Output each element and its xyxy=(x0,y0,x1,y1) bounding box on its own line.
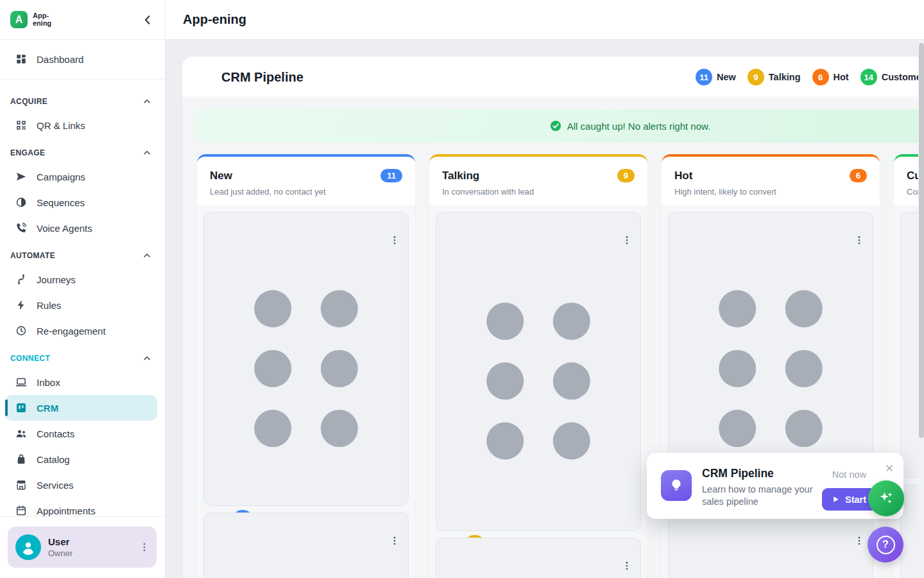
dashboard-icon xyxy=(15,53,27,65)
sidebar-item-sequences[interactable]: Sequences xyxy=(0,189,165,215)
user-role: Owner xyxy=(48,548,73,558)
drag-handle-icon[interactable] xyxy=(445,555,631,578)
drag-handle-icon[interactable] xyxy=(213,229,399,508)
sidebar-section-label: ENGAGE xyxy=(10,148,45,157)
sidebar-nav: DashboardACQUIREQR & LinksENGAGECampaign… xyxy=(0,40,165,523)
sidebar-item-crm[interactable]: CRM xyxy=(5,395,157,421)
laptop-icon xyxy=(15,376,27,388)
sidebar-section-engage[interactable]: ENGAGE xyxy=(0,138,165,164)
app-logo: A xyxy=(10,11,28,28)
sidebar-item-re-engagement[interactable]: Re-engagement xyxy=(0,318,165,344)
column-subtitle: High intent, likely to convert xyxy=(674,187,867,197)
sidebar-section-acquire[interactable]: ACQUIRE xyxy=(0,87,165,112)
lead-card[interactable]: AKAisha Khanenc:demo:+919876500001walk-i… xyxy=(203,212,409,506)
close-icon[interactable] xyxy=(884,463,894,473)
column-subtitle: In conversation with lead xyxy=(442,187,635,197)
column-new: New11Lead just added, no contact yetAKAi… xyxy=(197,154,415,578)
people-icon xyxy=(15,428,27,439)
topbar: App-ening xyxy=(166,0,924,40)
sidebar-item-label: Campaigns xyxy=(37,171,85,182)
card-menu-kebab-icon[interactable] xyxy=(621,234,633,246)
sidebar-item-label: Re-engagement xyxy=(37,326,106,337)
sidebar-item-label: Journeys xyxy=(37,274,76,285)
help-fab[interactable]: ? xyxy=(868,527,903,563)
lead-card[interactable]: SMSanjay Mehtaenc:demo:+919876500006prem… xyxy=(436,212,641,531)
sidebar-section-connect[interactable]: CONNECT xyxy=(0,344,165,369)
sidebar-collapse-icon[interactable] xyxy=(141,13,155,27)
column-title-row: Hot6 xyxy=(674,169,867,182)
sidebar-item-contacts[interactable]: Contacts xyxy=(0,421,165,446)
column-title-row: New11 xyxy=(210,169,402,182)
sidebar-item-catalog[interactable]: Catalog xyxy=(0,446,165,472)
stage-count: 9 xyxy=(748,69,764,85)
lead-card[interactable]: MTManish Tiwarienc:demo:+919876500002ins… xyxy=(203,512,409,578)
stage-badge-hot: 6Hot xyxy=(812,69,849,85)
journeys-icon xyxy=(15,274,27,285)
pipeline-title: CRM Pipeline xyxy=(221,69,304,84)
card-menu-kebab-icon[interactable] xyxy=(853,234,865,246)
app-logo-line1: App- xyxy=(33,12,51,20)
sidebar-section-label: CONNECT xyxy=(10,354,50,363)
sidebar-item-dashboard[interactable]: Dashboard xyxy=(0,46,165,72)
qr-icon xyxy=(15,119,27,131)
user-menu-kebab-icon[interactable] xyxy=(139,541,150,553)
page-title: App-ening xyxy=(183,12,246,27)
sidebar-section-automate[interactable]: AUTOMATE xyxy=(0,241,165,267)
column-header: Hot6High intent, likely to convert xyxy=(662,157,880,205)
bolt-icon xyxy=(15,299,27,311)
window-scrollbar-thumb[interactable] xyxy=(919,43,924,438)
lightbulb-icon xyxy=(661,470,692,501)
drag-handle-icon[interactable] xyxy=(678,530,864,578)
stage-count: 11 xyxy=(696,69,712,85)
play-icon xyxy=(832,496,839,503)
sidebar-item-journeys[interactable]: Journeys xyxy=(0,267,165,292)
store-icon xyxy=(15,479,27,491)
drag-handle-icon[interactable] xyxy=(445,229,631,533)
sidebar-item-label: Voice Agents xyxy=(37,223,92,234)
lead-card[interactable]: RCRohan Chatterjeeenc:demo:+919876500011… xyxy=(668,512,873,578)
sidebar-item-qr-links[interactable]: QR & Links xyxy=(0,112,165,138)
stage-badge-customer: 14Customer xyxy=(860,69,924,85)
tour-popup: CRM Pipeline Learn how to manage your sa… xyxy=(647,453,903,519)
logo-row: A App- ening xyxy=(0,0,165,40)
sidebar-item-label: Contacts xyxy=(37,428,74,439)
chevron-up-icon xyxy=(142,96,152,107)
lead-card[interactable]: PDPallavi Deshmukhenc:demo:+919876500007… xyxy=(436,538,641,578)
chevron-up-icon xyxy=(142,353,152,363)
card-menu-kebab-icon[interactable] xyxy=(621,560,633,572)
sidebar-item-label: Services xyxy=(37,480,74,491)
user-name: User xyxy=(48,536,73,547)
user-avatar xyxy=(15,534,41,560)
sidebar-item-label: Sequences xyxy=(37,197,85,208)
sparkles-icon xyxy=(878,490,894,507)
check-circle-icon xyxy=(550,120,561,132)
stage-summary: 11New9Talking6Hot14Customer xyxy=(696,57,924,98)
card-menu-kebab-icon[interactable] xyxy=(389,535,400,547)
card-menu-kebab-icon[interactable] xyxy=(389,234,400,246)
window-scrollbar-track xyxy=(918,40,924,578)
sidebar-item-services[interactable]: Services xyxy=(0,472,165,498)
stage-count: 14 xyxy=(860,69,877,85)
user-profile-card[interactable]: User Owner xyxy=(8,527,157,568)
sidebar-item-label: Dashboard xyxy=(37,54,83,65)
column-count-badge: 6 xyxy=(850,169,867,182)
column-title: New xyxy=(210,170,232,182)
column-talking: Talking9In conversation with leadSMSanja… xyxy=(429,154,647,578)
stage-badge-talking: 9Talking xyxy=(748,69,801,85)
sidebar-item-campaigns[interactable]: Campaigns xyxy=(0,164,165,189)
sidebar-section-label: ACQUIRE xyxy=(10,97,47,106)
sidebar-item-voice-agents[interactable]: Voice Agents xyxy=(0,215,165,241)
alerts-banner: All caught up! No alerts right now. xyxy=(197,109,924,143)
popup-body: Learn how to manage your sales pipeline xyxy=(702,484,830,507)
column-header: New11Lead just added, no contact yet xyxy=(197,157,415,205)
sidebar-item-inbox[interactable]: Inbox xyxy=(0,369,165,395)
sidebar-item-label: QR & Links xyxy=(37,120,85,131)
ai-assistant-fab[interactable] xyxy=(868,480,904,516)
sidebar-item-label: Inbox xyxy=(37,377,60,388)
column-count-badge: 9 xyxy=(617,169,635,182)
not-now-button[interactable]: Not now xyxy=(832,469,866,480)
card-menu-kebab-icon[interactable] xyxy=(853,535,865,547)
drag-handle-icon[interactable] xyxy=(213,530,399,578)
sidebar-item-rules[interactable]: Rules xyxy=(0,292,165,318)
user-meta: User Owner xyxy=(48,536,73,558)
